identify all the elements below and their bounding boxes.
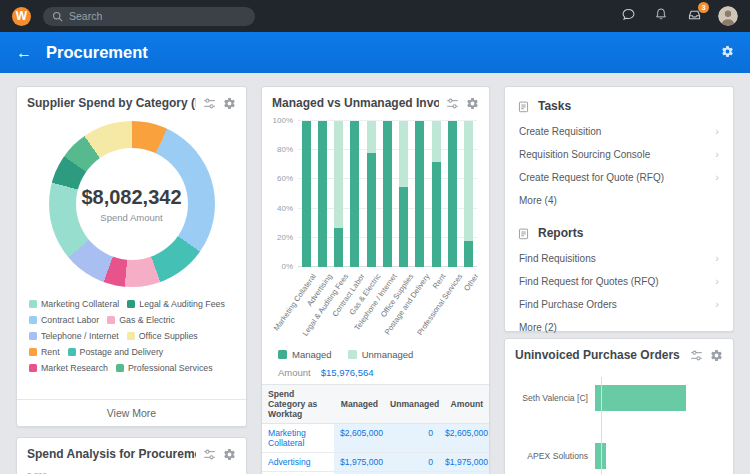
supplier-legend: Marketing CollateralLegal & Auditing Fee… bbox=[17, 297, 246, 375]
chart-axis-line bbox=[601, 377, 602, 474]
y-axis-tick: 60% bbox=[265, 174, 293, 183]
stacked-bar[interactable] bbox=[464, 121, 473, 267]
value-cell[interactable]: $1,975,000 bbox=[334, 453, 384, 472]
stacked-bar[interactable] bbox=[432, 121, 441, 267]
legend-item: Office Supplies bbox=[127, 331, 198, 341]
stacked-bar[interactable] bbox=[318, 121, 327, 267]
legend-item: Professional Services bbox=[116, 363, 213, 373]
stacked-bar[interactable] bbox=[415, 121, 424, 267]
person-icon bbox=[718, 6, 738, 26]
managed-bars bbox=[298, 121, 477, 267]
legend-item: Marketing Collateral bbox=[29, 299, 119, 309]
workday-logo[interactable]: W bbox=[12, 7, 31, 26]
supplier-spend-card: Supplier Spend by Category (LTM) $8,082,… bbox=[16, 86, 247, 427]
legend-item: Legal & Auditing Fees bbox=[127, 299, 225, 309]
menu-item[interactable]: Find Purchase Orders› bbox=[517, 293, 721, 316]
spend-total-label: Spend Amount bbox=[100, 212, 162, 223]
y-axis-tick: 0% bbox=[265, 262, 293, 271]
legend-item: Contract Labor bbox=[29, 315, 99, 325]
notification-badge: 3 bbox=[698, 2, 709, 13]
stacked-bar[interactable] bbox=[399, 121, 408, 267]
category-link[interactable]: Advertising bbox=[262, 453, 334, 472]
value-cell[interactable]: 0 bbox=[384, 424, 439, 453]
managed-xlabels: Marketing CollateralAdvertisingLegal & A… bbox=[298, 270, 477, 346]
hbar-row: Seth Valencia [C] bbox=[509, 385, 725, 411]
stacked-bar[interactable] bbox=[448, 121, 457, 267]
x-axis-label: Other bbox=[462, 272, 480, 293]
chat-button[interactable] bbox=[619, 7, 637, 25]
menu-item[interactable]: Requisition Sourcing Console› bbox=[517, 143, 721, 166]
amount-value[interactable]: $15,976,564 bbox=[321, 367, 374, 378]
stacked-bar[interactable] bbox=[302, 121, 311, 267]
menu-item[interactable]: Create Requisition› bbox=[517, 120, 721, 143]
category-link[interactable]: Marketing Collateral bbox=[262, 424, 334, 453]
top-navigation-bar: W Search 3 bbox=[0, 0, 750, 32]
legend-item: Rent bbox=[29, 347, 60, 357]
legend-item: Managed bbox=[278, 349, 332, 360]
page-settings-button[interactable] bbox=[721, 44, 734, 62]
gear-icon[interactable] bbox=[466, 97, 479, 110]
view-more-link[interactable]: View More bbox=[17, 399, 246, 426]
reports-section: Reports Find Requisitions›Find Request f… bbox=[505, 214, 733, 341]
notifications-button[interactable] bbox=[652, 7, 670, 25]
tasks-icon bbox=[517, 100, 530, 113]
inbox-button[interactable]: 3 bbox=[685, 7, 703, 25]
card-title: Spend Analysis for Procurement Card bbox=[27, 447, 196, 461]
search-input[interactable]: Search bbox=[43, 7, 255, 26]
value-cell[interactable]: $2,605,000 bbox=[334, 424, 384, 453]
legend-item: Market Research bbox=[29, 363, 108, 373]
stacked-bar[interactable] bbox=[350, 121, 359, 267]
chart-settings-icon[interactable] bbox=[203, 448, 216, 461]
bell-icon bbox=[654, 7, 668, 25]
uninvoiced-po-card: Uninvoiced Purchase Orders Seth Valencia… bbox=[504, 338, 734, 474]
tasks-section: Tasks Create Requisition›Requisition Sou… bbox=[505, 87, 733, 214]
stacked-bar[interactable] bbox=[383, 121, 392, 267]
back-button[interactable]: ← bbox=[16, 45, 32, 61]
menu-item[interactable]: Find Requisitions› bbox=[517, 247, 721, 270]
chart-settings-icon[interactable] bbox=[203, 97, 216, 110]
chevron-right-icon: › bbox=[715, 253, 719, 264]
avatar[interactable] bbox=[718, 6, 738, 26]
hbar[interactable] bbox=[595, 385, 686, 411]
table-header-row: Spend Category as WorktagManagedUnmanage… bbox=[262, 385, 489, 424]
value-cell[interactable]: 0 bbox=[384, 453, 439, 472]
table-row: Advertising$1,975,0000$1,975,000 bbox=[262, 453, 489, 472]
reports-list: Find Requisitions›Find Request for Quote… bbox=[517, 247, 721, 339]
menu-item[interactable]: Create Request for Quote (RFQ)› bbox=[517, 166, 721, 189]
chevron-right-icon: › bbox=[715, 126, 719, 137]
menu-item[interactable]: More (2) bbox=[517, 316, 721, 339]
menu-item[interactable]: Find Request for Quotes (RFQ)› bbox=[517, 270, 721, 293]
supplier-donut-chart[interactable]: $8,082,342 Spend Amount bbox=[49, 121, 215, 287]
menu-item[interactable]: More (4) bbox=[517, 189, 721, 212]
search-placeholder: Search bbox=[69, 10, 102, 22]
managed-legend: ManagedUnmanaged bbox=[262, 346, 489, 363]
y-axis-tick: 20% bbox=[265, 233, 293, 242]
amount-label: Amount bbox=[278, 367, 311, 378]
stacked-bar[interactable] bbox=[334, 121, 343, 267]
gear-icon[interactable] bbox=[223, 97, 236, 110]
stacked-bar[interactable] bbox=[367, 121, 376, 267]
gear-icon[interactable] bbox=[223, 448, 236, 461]
uninvoiced-chart: Seth Valencia [C]APEX Solutions bbox=[509, 371, 725, 474]
chart-settings-icon[interactable] bbox=[446, 97, 459, 110]
search-icon bbox=[52, 11, 63, 22]
spend-total-value: $8,082,342 bbox=[81, 186, 181, 209]
legend-item: Telephone / Internet bbox=[29, 331, 119, 341]
reports-icon bbox=[517, 227, 530, 240]
column-header: Spend Category as Worktag bbox=[262, 385, 334, 424]
column-header: Unmanaged bbox=[384, 385, 439, 424]
tasks-reports-card: Tasks Create Requisition›Requisition Sou… bbox=[504, 86, 734, 332]
managed-vs-unmanaged-card: Managed vs Unmanaged Invoice Spend 0%20%… bbox=[261, 86, 490, 474]
value-cell[interactable]: $2,605,000 bbox=[439, 424, 489, 453]
legend-item: Postage and Delivery bbox=[68, 347, 164, 357]
managed-chart: 0%20%40%60%80%100% bbox=[298, 121, 477, 267]
table-row: Marketing Collateral$2,605,0000$2,605,00… bbox=[262, 424, 489, 453]
topbar-actions: 3 bbox=[619, 6, 738, 26]
hbar-row: APEX Solutions bbox=[509, 443, 725, 469]
card-title: Supplier Spend by Category (LTM) bbox=[27, 96, 196, 110]
chart-settings-icon[interactable] bbox=[690, 349, 703, 362]
gear-icon[interactable] bbox=[710, 349, 723, 362]
chevron-right-icon: › bbox=[715, 299, 719, 310]
value-cell[interactable]: $1,975,000 bbox=[439, 453, 489, 472]
chevron-right-icon: › bbox=[715, 276, 719, 287]
